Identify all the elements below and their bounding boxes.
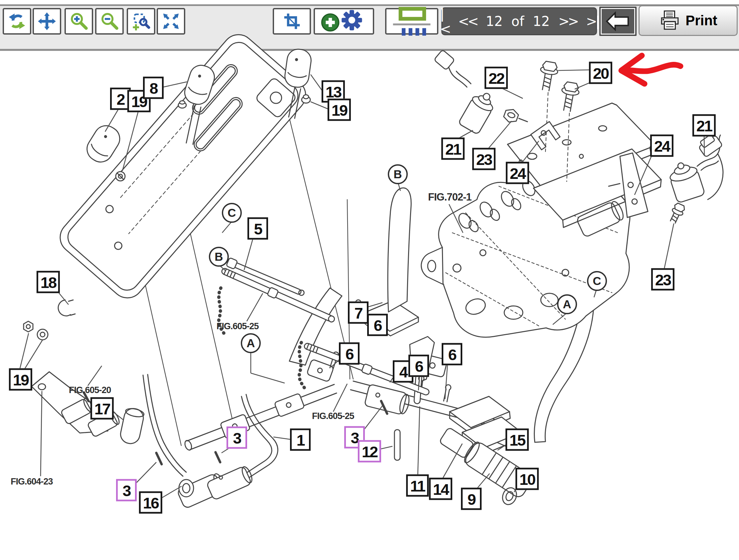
leader-line: [476, 473, 489, 490]
leader-line: [111, 410, 123, 420]
leader-line: [514, 481, 520, 492]
leader-line: [333, 384, 347, 412]
leader-line: [163, 82, 187, 87]
leader-line: [594, 290, 596, 297]
leader-line: [105, 106, 120, 132]
leader-line: [520, 141, 539, 165]
leader-lines-layer: [0, 0, 739, 560]
leader-line: [159, 486, 182, 500]
leader-line: [56, 289, 68, 305]
leader-line: [273, 437, 292, 440]
leader-line: [331, 357, 342, 367]
leader-line: [486, 121, 511, 151]
leader-line: [378, 446, 393, 450]
leader-line: [575, 81, 593, 89]
leader-line: [497, 86, 523, 99]
leader-line: [351, 303, 383, 312]
leader-line: [418, 406, 420, 477]
leader-line: [455, 130, 473, 140]
red-annotation-arrow-body: [626, 65, 681, 72]
leader-line: [497, 443, 509, 450]
leader-line: [247, 293, 263, 321]
leader-line: [553, 313, 566, 324]
leader-line: [134, 462, 156, 485]
leader-line: [418, 374, 420, 390]
leader-line: [222, 222, 232, 233]
leader-line: [311, 102, 330, 110]
leader-line: [390, 374, 396, 383]
leader-line: [219, 265, 226, 271]
leader-line: [442, 444, 462, 480]
leader-line: [88, 366, 102, 386]
parts-viewer-window: |< << 12 of 12 >> >| Print: [0, 0, 739, 560]
leader-line: [704, 134, 704, 155]
leader-line: [358, 318, 369, 327]
leader-line: [664, 224, 674, 271]
leader-line: [251, 373, 285, 383]
leader-line: [221, 438, 245, 453]
leader-line: [40, 391, 42, 476]
leader-line: [634, 154, 652, 195]
leader-line: [445, 363, 448, 399]
leader-line: [449, 204, 463, 233]
leader-line: [122, 108, 139, 171]
leader-line: [244, 237, 254, 270]
leader-line: [558, 70, 591, 71]
leader-line: [311, 75, 324, 93]
leader-line: [398, 183, 401, 191]
leader-line: [362, 406, 383, 432]
